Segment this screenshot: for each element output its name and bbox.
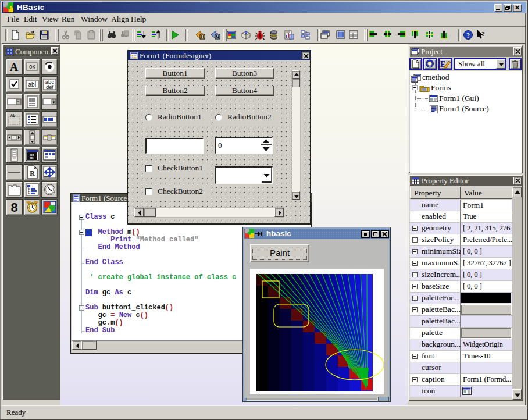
svg-text:def: def xyxy=(46,84,54,90)
svg-text:8: 8 xyxy=(10,201,18,215)
svg-text:?: ? xyxy=(466,31,470,40)
svg-text:N: N xyxy=(216,34,219,40)
svg-text:R: R xyxy=(30,169,35,177)
svg-text:H: H xyxy=(201,34,204,40)
svg-text:?: ? xyxy=(481,30,485,37)
svg-text:ab: ab xyxy=(28,81,35,88)
svg-text:ML: ML xyxy=(30,156,35,161)
svg-text:Ab: Ab xyxy=(10,113,16,118)
svg-text:A: A xyxy=(10,60,19,73)
svg-text:OK: OK xyxy=(29,65,35,70)
